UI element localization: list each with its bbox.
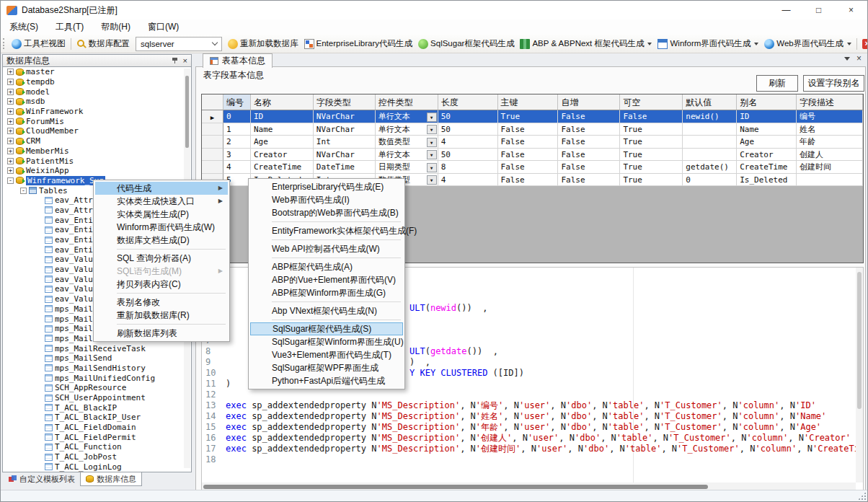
menubar-item[interactable]: 工具(T)	[47, 21, 92, 33]
grid-cell[interactable]: 姓名	[797, 123, 863, 136]
tree-item[interactable]: T_ACL_FieldDomain	[3, 423, 191, 433]
expand-icon[interactable]: +	[7, 79, 14, 85]
grid-cell[interactable]: 创建时间	[797, 161, 863, 174]
expand-icon[interactable]: +	[7, 69, 14, 75]
grid-cell[interactable]: 8	[438, 161, 498, 174]
menu-item[interactable]: ABP的Vue+Element界面代码(V)	[250, 273, 403, 286]
tree-item[interactable]: mps_MailSend	[3, 353, 191, 364]
menu-item[interactable]: SqlSugar框架WPF界面生成	[250, 361, 403, 374]
tree-item[interactable]: +WeixinApp	[3, 166, 191, 176]
expand-icon[interactable]: +	[7, 118, 14, 125]
toolbar-db-config-button[interactable]: 数据库配置	[74, 37, 133, 50]
grid-cell[interactable]: DateTime	[314, 161, 376, 174]
grid-column-header[interactable]: 字段类型	[314, 94, 376, 110]
grid-cell[interactable]: True	[498, 110, 559, 123]
grid-cell[interactable]: False	[558, 149, 620, 162]
resize-grip[interactable]	[858, 492, 866, 500]
combobox-dropdown-icon[interactable]: ▼	[427, 125, 437, 134]
tree-item[interactable]: mps_MailUnifiedConfig	[3, 373, 191, 383]
menu-item[interactable]: Winform界面代码生成(W)	[95, 221, 228, 234]
menu-item[interactable]: Web API控制器代码生成(W)	[250, 242, 403, 255]
menubar-item[interactable]: 帮助(H)	[92, 21, 139, 33]
tree-item[interactable]: +tempdb	[3, 77, 191, 87]
menu-item[interactable]: SqlSugar框架代码生成(S)	[250, 322, 403, 335]
tab-custom-templates[interactable]: 自定义模板列表	[4, 472, 80, 485]
tree-item[interactable]: +WinFramework	[3, 107, 191, 117]
grid-cell[interactable]: Age	[737, 136, 797, 149]
grid-cell[interactable]: True	[620, 161, 683, 174]
grid-cell[interactable]: 单行文本▼	[376, 110, 438, 123]
grid-row[interactable]: 4CreateTimeDateTime日期类型▼8FalseFalseTrueg…	[202, 161, 863, 174]
menu-item[interactable]: 表别名修改	[95, 296, 228, 309]
tree-item[interactable]: T_ACL_Function	[3, 442, 191, 452]
grid-cell[interactable]: 0	[683, 174, 737, 187]
menu-item[interactable]: Vue3+Element界面代码生成(T)	[250, 348, 403, 361]
grid-cell[interactable]: Name	[737, 123, 797, 136]
tree-item[interactable]: +ForumMis	[3, 116, 191, 126]
grid-cell[interactable]: NVarChar	[314, 149, 376, 162]
collapse-icon[interactable]: -	[20, 188, 27, 194]
grid-row-header[interactable]	[202, 161, 223, 174]
tree-scrollbar-thumb[interactable]	[185, 76, 189, 148]
menu-item[interactable]: 数据库文档生成(D)	[95, 234, 228, 247]
combobox-dropdown-icon[interactable]: ▼	[427, 113, 437, 122]
grid-cell[interactable]: newid()	[683, 110, 737, 123]
grid-cell[interactable]: 4	[438, 136, 498, 149]
grid-column-header[interactable]: 字段描述	[797, 94, 863, 110]
tree-item[interactable]: SCH_AppResource	[3, 383, 191, 393]
menu-item[interactable]: 实体类属性生成(P)	[95, 208, 228, 221]
refresh-button[interactable]: 刷新	[756, 75, 798, 92]
tree-item[interactable]: mps_MailSendHistory	[3, 364, 191, 374]
grid-cell[interactable]: False	[558, 161, 620, 174]
menu-item[interactable]: Web界面代码生成(I)	[250, 193, 403, 206]
tree-item[interactable]: +CRM	[3, 136, 191, 146]
grid-cell[interactable]: 1	[223, 123, 251, 136]
grid-row-header[interactable]	[202, 149, 223, 162]
grid-cell[interactable]: False	[498, 136, 559, 149]
menu-item[interactable]: 重新加载数据库(R)	[95, 309, 228, 322]
tab-close-icon[interactable]: ×	[856, 55, 862, 62]
grid-cell[interactable]: 3	[223, 149, 251, 162]
grid-column-header[interactable]: 别名	[737, 94, 797, 110]
grid-cell[interactable]: False	[558, 136, 620, 149]
toolbar-reload-button[interactable]: 重新加载数据库	[225, 37, 301, 50]
grid-cell[interactable]: Age	[251, 136, 314, 149]
toolbar-sqlsugar-button[interactable]: SqlSugar框架代码生成	[415, 37, 517, 50]
grid-cell[interactable]: Name	[251, 123, 314, 136]
grid-cell[interactable]: Int	[314, 136, 376, 149]
grid-cell[interactable]: 创建人	[797, 149, 863, 162]
grid-row-header[interactable]: ▶	[202, 110, 223, 123]
grid-cell[interactable]: 数值类型▼	[376, 136, 438, 149]
expand-icon[interactable]: +	[7, 148, 14, 154]
toolbar-abp-button[interactable]: ABP & ABPNext 框架代码生成	[517, 37, 655, 50]
expand-icon[interactable]: +	[7, 89, 14, 95]
grid-column-header[interactable]: 自增	[558, 94, 620, 110]
menubar-item[interactable]: 窗口(W)	[139, 21, 187, 33]
tree-item[interactable]: +PatientMis	[3, 156, 191, 166]
tree-item[interactable]: T_ACL_FieldPermit	[3, 432, 191, 442]
grid-cell[interactable]: False	[558, 123, 620, 136]
tree-item[interactable]: SCH_UserAppointment	[3, 393, 191, 403]
grid-cell[interactable]	[683, 149, 737, 162]
toolbar-winform-button[interactable]: Winform界面代码生成	[655, 37, 761, 50]
toolbar-enterpriselibrary-button[interactable]: EnterpriseLibrary代码生成	[301, 37, 416, 50]
grid-cell[interactable]: getdate()	[683, 161, 737, 174]
expand-icon[interactable]: +	[7, 138, 14, 144]
close-button[interactable]: ×	[835, 1, 867, 19]
tab-database-info[interactable]: 数据库信息	[80, 472, 142, 486]
grid-cell[interactable]: 4	[438, 174, 498, 187]
menu-item[interactable]: EnterpriseLibrary代码生成(E)	[250, 180, 403, 193]
grid-column-header[interactable]: 长度	[438, 94, 498, 110]
maximize-button[interactable]: □	[802, 1, 835, 19]
collapse-icon[interactable]: -	[7, 177, 14, 184]
grid-column-header[interactable]: 编号	[223, 94, 251, 110]
minimize-button[interactable]: —	[770, 1, 802, 19]
grid-cell[interactable]: 0	[223, 110, 251, 123]
menu-item[interactable]: Bootstrap的Web界面代码生成(B)	[250, 206, 403, 219]
toolbar-grip[interactable]	[3, 38, 6, 49]
menu-item[interactable]: 实体类生成快速入口▶	[95, 195, 228, 208]
expand-icon[interactable]: +	[7, 98, 14, 105]
grid-cell[interactable]: 单行文本▼	[376, 149, 438, 162]
toolbar-exit-button[interactable]: 退出	[859, 37, 867, 50]
grid-cell[interactable]: 2	[223, 136, 251, 149]
